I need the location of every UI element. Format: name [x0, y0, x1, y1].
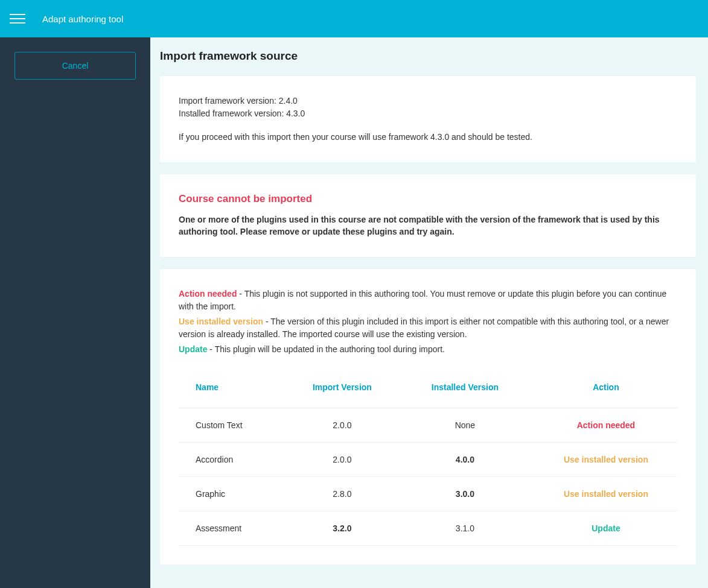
th-action: Action — [524, 374, 677, 408]
table-row: Custom Text2.0.0NoneAction needed — [179, 408, 677, 442]
installed-version-line: Installed framework version: 4.3.0 — [179, 107, 677, 120]
legend-update-label: Update — [179, 344, 207, 354]
topbar: Adapt authoring tool — [0, 0, 708, 37]
legend-update: Update - This plugin will be updated in … — [179, 343, 677, 356]
legend-action-needed: Action needed - This plugin is not suppo… — [179, 288, 677, 313]
legend-use-installed: Use installed version - The version of t… — [179, 315, 677, 341]
legend-use-installed-label: Use installed version — [179, 317, 263, 326]
cancel-button[interactable]: Cancel — [14, 52, 136, 80]
cell-name: Custom Text — [179, 408, 278, 442]
th-installed-version: Installed Version — [395, 374, 524, 408]
import-version-line: Import framework version: 2.4.0 — [179, 95, 677, 107]
th-import-version: Import Version — [278, 374, 395, 408]
cell-name: Graphic — [179, 476, 278, 511]
proceed-note: If you proceed with this import then you… — [179, 131, 677, 144]
table-row: Accordion2.0.04.0.0Use installed version — [179, 442, 677, 476]
error-card: Course cannot be imported One or more of… — [160, 174, 696, 257]
table-row: Graphic2.8.03.0.0Use installed version — [179, 476, 677, 511]
legend: Action needed - This plugin is not suppo… — [179, 288, 677, 356]
plugins-table: Name Import Version Installed Version Ac… — [179, 374, 677, 546]
cell-action: Update — [524, 511, 677, 545]
sidebar: Cancel — [0, 37, 150, 588]
cell-import-version: 3.2.0 — [278, 511, 395, 545]
plugins-card: Action needed - This plugin is not suppo… — [160, 269, 696, 564]
error-title: Course cannot be imported — [179, 193, 677, 205]
app-title: Adapt authoring tool — [42, 14, 123, 24]
cell-installed-version: None — [395, 408, 524, 442]
cell-action: Use installed version — [524, 476, 677, 511]
table-row: Assessment3.2.03.1.0Update — [179, 511, 677, 545]
error-desc: One or more of the plugins used in this … — [179, 213, 677, 238]
cell-import-version: 2.0.0 — [278, 442, 395, 476]
cell-action: Action needed — [524, 408, 677, 442]
cell-import-version: 2.8.0 — [278, 476, 395, 511]
cell-name: Assessment — [179, 511, 278, 545]
cell-name: Accordion — [179, 442, 278, 476]
version-info-card: Import framework version: 2.4.0 Installe… — [160, 76, 696, 162]
legend-action-needed-label: Action needed — [179, 289, 237, 299]
hamburger-icon[interactable] — [10, 11, 25, 27]
cell-action: Use installed version — [524, 442, 677, 476]
page-title: Import framework source — [160, 49, 696, 63]
main-content: Import framework source Import framework… — [150, 37, 708, 588]
cell-installed-version: 4.0.0 — [395, 442, 524, 476]
th-name: Name — [179, 374, 278, 408]
legend-update-desc: - This plugin will be updated in the aut… — [207, 344, 445, 354]
legend-action-needed-desc: - This plugin is not supported in this a… — [179, 289, 666, 311]
cell-installed-version: 3.1.0 — [395, 511, 524, 545]
cell-installed-version: 3.0.0 — [395, 476, 524, 511]
cell-import-version: 2.0.0 — [278, 408, 395, 442]
